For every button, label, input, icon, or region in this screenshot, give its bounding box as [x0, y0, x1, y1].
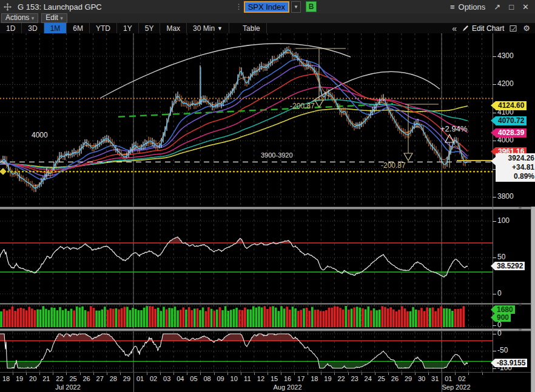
axis-tick — [493, 294, 496, 294]
axis-tick — [493, 325, 496, 326]
drag-grip-icon: ≡ — [519, 327, 522, 333]
maximize-icon[interactable]: □ — [509, 2, 514, 12]
annotate-icon[interactable] — [510, 25, 517, 32]
axis-tick — [493, 334, 496, 334]
axis-tick — [294, 373, 295, 375]
axis-tick — [334, 373, 335, 375]
axis-tick — [493, 56, 496, 57]
last-price: 3924.26 — [498, 154, 534, 163]
date-label: 26 — [82, 375, 90, 382]
date-label: 21 — [42, 375, 50, 382]
axis-tick-label: 4200 — [497, 79, 514, 88]
wpr-panel[interactable] — [0, 331, 493, 372]
axis-tick — [26, 373, 27, 375]
axis-tick — [241, 373, 241, 375]
axis-tick — [227, 373, 228, 375]
date-label: 01 — [136, 375, 144, 382]
axis-tick — [455, 373, 456, 375]
scrollbar[interactable] — [531, 207, 535, 392]
date-label: 08 — [203, 375, 210, 382]
month-label: Sep 2022 — [442, 384, 470, 391]
date-label: 19 — [324, 375, 331, 382]
tab-3d[interactable]: 3D — [22, 23, 44, 33]
drag-grip-icon: ≡ — [519, 205, 522, 211]
axis-tick — [348, 373, 349, 375]
axis-tick — [493, 113, 496, 113]
axis-tick — [375, 373, 375, 375]
window-title: G 153: Launchpad GPC — [18, 2, 102, 12]
axis-tick — [362, 373, 362, 375]
tab-6m[interactable]: 6M — [67, 23, 90, 33]
axis-tick — [308, 373, 308, 375]
axis-tick — [415, 373, 416, 375]
date-label: 22 — [337, 375, 345, 382]
tab-1d[interactable]: 1D — [0, 23, 22, 33]
axis-tick — [147, 373, 147, 375]
date-label: 10 — [230, 375, 238, 382]
security-input[interactable]: SPX Index — [244, 1, 289, 13]
month-label: Jul 2022 — [55, 384, 81, 391]
axis-tick — [493, 368, 496, 369]
interval-dropdown[interactable]: 30 Min ▼ — [187, 23, 229, 33]
badge-b[interactable]: B — [306, 1, 317, 12]
svg-text:-200.87: -200.87 — [381, 161, 406, 170]
options-button[interactable]: ≡Options — [450, 2, 485, 12]
date-label: 30 — [418, 375, 425, 382]
launchpad-window: G 153: Launchpad GPC ⋮ SPX Index ▼ B ≡Op… — [0, 0, 535, 392]
date-label: 01 — [445, 375, 452, 382]
edit-menu[interactable]: Edit ▾ — [41, 13, 67, 23]
axis-tick — [493, 221, 496, 222]
axis-tick — [107, 373, 107, 375]
axis-tick-label: 4300 — [497, 51, 514, 60]
pencil-icon — [462, 25, 469, 32]
tab-1m[interactable]: 1M — [44, 23, 67, 33]
axis-tick — [493, 141, 496, 141]
volume-panel[interactable] — [0, 305, 493, 328]
axis-tick — [66, 373, 67, 375]
axis-tick — [93, 373, 94, 375]
axis-tick — [388, 373, 389, 375]
axis-tick — [173, 373, 174, 375]
popout-icon[interactable]: ↗ — [494, 2, 500, 12]
tab-max[interactable]: Max — [160, 23, 187, 33]
main-price-panel[interactable]: -200.87-200.87+2.94%40003900-3920 — [0, 33, 493, 207]
collapse-icon[interactable]: « — [452, 24, 457, 33]
axis-tick — [482, 373, 483, 375]
axis-tick-label: 50 — [497, 253, 505, 261]
date-label: 31 — [431, 375, 439, 382]
overflow-dots-icon[interactable]: ⋮ — [235, 2, 243, 11]
tab-1y[interactable]: 1Y — [117, 23, 139, 33]
axis-tick — [254, 373, 255, 375]
date-label: 27 — [96, 375, 104, 382]
date-label: 09 — [217, 375, 224, 382]
close-icon[interactable]: ✕ — [522, 2, 529, 12]
security-dropdown-caret[interactable]: ▼ — [291, 1, 301, 13]
svg-text:+2.94%: +2.94% — [440, 124, 468, 133]
tab-ytd[interactable]: YTD — [90, 23, 117, 33]
date-label: 03 — [163, 375, 170, 382]
svg-text:-200.87: -200.87 — [290, 102, 315, 110]
move-icon[interactable] — [4, 3, 12, 11]
date-label: 28 — [110, 375, 117, 382]
table-button[interactable]: Table — [237, 23, 267, 33]
date-label: 11 — [244, 375, 251, 382]
date-label: 29 — [405, 375, 412, 382]
actions-menu[interactable]: Actions ▾ — [1, 13, 38, 23]
date-label: 15 — [271, 375, 278, 382]
axis-tick — [493, 84, 496, 85]
date-label: 02 — [458, 375, 465, 382]
date-label: 29 — [123, 375, 130, 382]
axis-tick — [402, 373, 402, 375]
edit-chart-button[interactable]: Edit Chart — [462, 24, 504, 33]
month-separator — [133, 373, 134, 392]
month-separator — [442, 373, 442, 392]
rsi-panel[interactable] — [0, 210, 493, 303]
tab-5y[interactable]: 5Y — [139, 23, 161, 33]
axis-tick-label: 3800 — [497, 192, 514, 201]
axis-tick — [160, 373, 161, 375]
title-bar: G 153: Launchpad GPC ⋮ SPX Index ▼ B ≡Op… — [0, 0, 535, 14]
chart-toolbar: « Edit Chart ⚙ — [452, 23, 530, 33]
axis-tick — [493, 257, 496, 258]
gear-icon[interactable]: ⚙ — [523, 24, 530, 33]
date-axis: 1819202122252627282901020304050809101112… — [0, 372, 531, 392]
